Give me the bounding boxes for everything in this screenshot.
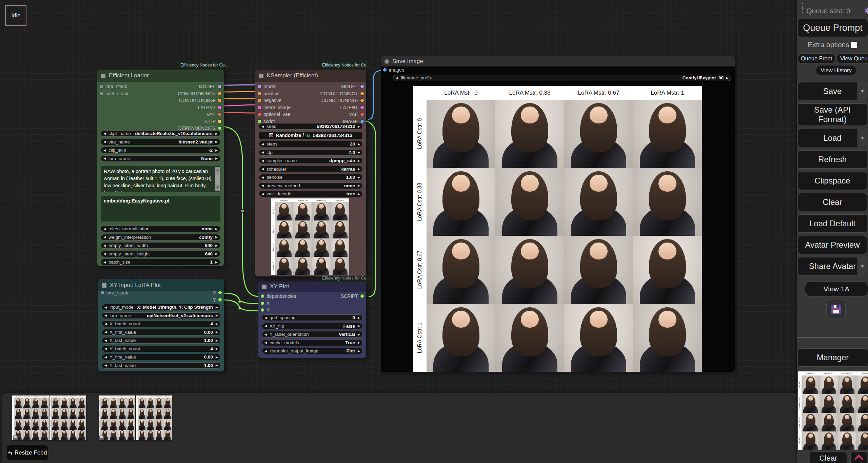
decrement-icon[interactable]: ◀ [264, 341, 267, 344]
decrement-icon[interactable]: ◀ [261, 125, 264, 128]
feed-clear-button[interactable]: Clear [810, 451, 847, 463]
widget-value[interactable]: X: Model Strength, Y: Clip Strength [137, 305, 213, 310]
decrement-icon[interactable]: ◀ [104, 306, 107, 309]
decrement-icon[interactable]: ◀ [104, 339, 107, 342]
widget-token_normalization[interactable]: ◀token_normalizationnone▶ [101, 226, 220, 232]
increment-icon[interactable]: ▶ [215, 157, 218, 160]
manager-button[interactable]: Manager [797, 348, 868, 367]
widget-filename_prefix[interactable]: ◀filename_prefixComfyUI\xyplot_00▶ [393, 75, 731, 81]
increment-icon[interactable]: ▶ [358, 167, 360, 171]
slot-dot[interactable] [218, 85, 221, 88]
slot-dot[interactable] [218, 113, 221, 116]
collapse-icon[interactable] [101, 74, 105, 78]
widget-value[interactable]: 1.00 [204, 363, 213, 368]
increment-icon[interactable]: ▶ [358, 192, 360, 196]
widget-ksampler_output_image[interactable]: ◀ksampler_output_imagePlot▶ [262, 348, 363, 354]
dropdown-caret-icon[interactable]: ▼ [857, 257, 867, 275]
increment-icon[interactable]: ▶ [216, 355, 218, 359]
slot-dot[interactable] [261, 308, 264, 312]
widget-value[interactable]: 0.00 [204, 354, 213, 360]
decrement-icon[interactable]: ◀ [103, 140, 106, 143]
decrement-icon[interactable]: ◀ [264, 324, 267, 328]
decrement-icon[interactable]: ◀ [104, 314, 107, 317]
node-xy-plot[interactable]: XY Plot dependenciesXY SCRIPT ◀grid_spac… [258, 282, 366, 358]
increment-icon[interactable]: ▶ [216, 339, 218, 342]
decrement-icon[interactable]: ◀ [104, 347, 107, 350]
increment-icon[interactable]: ▶ [358, 142, 360, 146]
input-slot-X[interactable]: X [258, 300, 366, 307]
node-xy-input-lora-plot[interactable]: XY Input: LoRA Plot lora_stack XY ◀input… [98, 279, 224, 371]
node-ksampler-efficient[interactable]: KSampler (Efficient) modelpositivenegati… [255, 70, 366, 276]
widget-Y_label_orientation[interactable]: ◀Y_label_orientationVertical▶ [262, 331, 363, 337]
widget-value[interactable]: 0.00 [204, 330, 213, 335]
avatar-preview-button[interactable]: Avatar Preview [797, 236, 867, 254]
increment-icon[interactable]: ▶ [358, 184, 360, 187]
slot-dot[interactable] [360, 294, 364, 298]
increment-icon[interactable]: ▶ [216, 306, 218, 309]
dropdown-caret-icon[interactable]: ▼ [857, 82, 867, 100]
output-slot-LATENT[interactable]: LATENT [255, 104, 366, 111]
increment-icon[interactable]: ▶ [358, 316, 360, 320]
decrement-icon[interactable]: ◀ [103, 235, 106, 239]
increment-icon[interactable]: ▶ [215, 140, 218, 143]
increment-icon[interactable]: ▶ [216, 364, 218, 367]
decrement-icon[interactable]: ◀ [264, 349, 267, 353]
widget-lora_name[interactable]: ◀lora_nameNone▶ [101, 155, 220, 162]
increment-icon[interactable]: ▶ [216, 322, 218, 326]
share-avatar-button[interactable]: Share Avatar▼ [797, 257, 867, 275]
decrement-icon[interactable]: ◀ [261, 142, 264, 146]
increment-icon[interactable]: ▶ [358, 341, 360, 344]
decrement-icon[interactable]: ◀ [104, 355, 107, 359]
decrement-icon[interactable]: ◀ [104, 364, 107, 367]
widget-Y_first_value[interactable]: ◀Y_first_value0.00▶ [102, 354, 221, 360]
ksampler-preview-image[interactable]: LoRA Mstr: 0LoRA Mstr: 0.33LoRA Mstr: 0.… [271, 198, 349, 275]
widget-input_mode[interactable]: ◀input_modeX: Model Strength, Y: Clip St… [102, 304, 221, 310]
input-slot-Y[interactable]: Y [258, 307, 366, 314]
collapse-icon[interactable] [384, 59, 389, 64]
widget-value[interactable]: 0 [353, 315, 355, 320]
decrement-icon[interactable]: ◀ [104, 322, 107, 326]
extra-options-checkbox[interactable] [851, 42, 857, 48]
widget-batch_size[interactable]: ◀batch_size1▶ [101, 259, 220, 265]
increment-icon[interactable]: ▶ [358, 349, 360, 353]
decrement-icon[interactable]: ◀ [261, 159, 264, 162]
collapse-icon[interactable] [262, 285, 267, 289]
widget-value[interactable]: karras [341, 167, 355, 172]
node-title-bar[interactable]: XY Plot [258, 282, 366, 292]
widget-XY_flip[interactable]: ◀XY_flipFalse▶ [262, 323, 363, 329]
output-slot-LATENT[interactable]: LATENT [97, 104, 224, 111]
decrement-icon[interactable]: ◀ [103, 244, 106, 247]
load-default-button[interactable]: Load Default [797, 214, 867, 233]
thumbnail-save-icon[interactable] [13, 436, 18, 440]
view-history-button[interactable]: View History [816, 65, 856, 75]
widget-value[interactable]: True [346, 340, 355, 345]
node-title-bar[interactable]: Save Image [381, 56, 735, 66]
output-slot-CONDITIONING+[interactable]: CONDITIONING+ [255, 90, 366, 97]
increment-icon[interactable]: ▶ [215, 244, 218, 247]
decrement-icon[interactable]: ◀ [261, 151, 264, 154]
decrement-icon[interactable]: ◀ [103, 261, 106, 264]
feed-thumbnail[interactable]: LoRA Mstr: 0LoRA Mstr: 0.33LoRA Mstr: 0.… [12, 396, 49, 440]
widget-value[interactable]: 640 [205, 251, 213, 256]
dropdown-caret-icon[interactable]: ▼ [857, 129, 867, 147]
negative-prompt-textarea[interactable]: embedding:EasyNegative.pt [101, 196, 220, 221]
widget-weight_interpretation[interactable]: ◀weight_interpretationcomfy▶ [101, 234, 220, 240]
increment-icon[interactable]: ▶ [216, 347, 218, 350]
increment-icon[interactable]: ▶ [215, 252, 218, 255]
output-slot-VAE[interactable]: VAE [255, 111, 366, 118]
increment-icon[interactable]: ▶ [358, 159, 360, 162]
decrement-icon[interactable]: ◀ [103, 252, 106, 255]
widget-value[interactable]: 4 [211, 346, 213, 351]
output-slot-X[interactable]: X [98, 289, 224, 296]
increment-icon[interactable]: ▶ [216, 314, 218, 317]
widget-value[interactable]: 4 [211, 321, 213, 326]
widget-value[interactable]: none [344, 183, 355, 188]
widget-ckpt_name[interactable]: ◀ckpt_namedeliberateRealistic_v10.safete… [101, 130, 220, 137]
save-button[interactable]: Save▼ [797, 82, 867, 100]
decrement-icon[interactable]: ◀ [103, 227, 106, 231]
widget-value[interactable]: blessed2.vae.pt [179, 139, 213, 144]
save-api-format-button[interactable]: Save (API Format) [797, 103, 867, 126]
increment-icon[interactable]: ▶ [358, 151, 360, 154]
load-button[interactable]: Load▼ [797, 129, 867, 147]
output-slot-VAE[interactable]: VAE [97, 111, 224, 118]
